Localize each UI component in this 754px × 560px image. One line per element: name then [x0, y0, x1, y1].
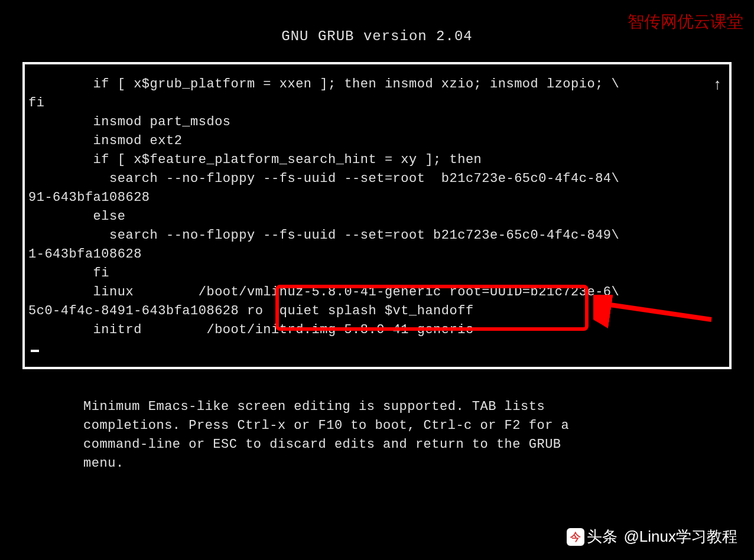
code-line: insmod part_msdos	[28, 113, 726, 132]
cursor-icon	[31, 350, 39, 352]
code-line: else	[28, 207, 726, 226]
code-line: initrd /boot/initrd.img-5.8.0-41-generic	[28, 321, 726, 340]
toutiao-icon: 今	[567, 528, 584, 546]
code-line: linux /boot/vmlinuz-5.8.0-41-generic roo…	[28, 283, 726, 302]
code-line: 5c0-4f4c-8491-643bfa108628 ro quiet spla…	[28, 302, 726, 321]
watermark-bottom-right: 今 头条 @Linux学习教程	[567, 526, 737, 547]
code-line: if [ x$feature_platform_search_hint = xy…	[28, 151, 726, 170]
grub-editor[interactable]: ↑ if [ x$grub_platform = xxen ]; then in…	[22, 62, 732, 369]
code-line: if [ x$grub_platform = xxen ]; then insm…	[28, 75, 726, 94]
toutiao-logo: 今 头条	[567, 526, 618, 547]
code-line: 1-643bfa108628	[28, 245, 726, 264]
scroll-up-icon: ↑	[713, 76, 722, 94]
cursor-line	[28, 340, 726, 359]
code-line: 91-643bfa108628	[28, 188, 726, 207]
code-line: fi	[28, 94, 726, 113]
toutiao-handle: @Linux学习教程	[623, 526, 737, 547]
help-text: Minimum Emacs-like screen editing is sup…	[59, 398, 695, 473]
code-line: search --no-floppy --fs-uuid --set=root …	[28, 226, 726, 245]
code-line: search --no-floppy --fs-uuid --set=root …	[28, 170, 726, 188]
watermark-top-right: 智传网优云课堂	[628, 11, 743, 33]
toutiao-label: 头条	[587, 526, 618, 547]
code-line: fi	[28, 264, 726, 283]
code-line: insmod ext2	[28, 132, 726, 151]
grub-title: GNU GRUB version 2.04	[281, 28, 472, 44]
